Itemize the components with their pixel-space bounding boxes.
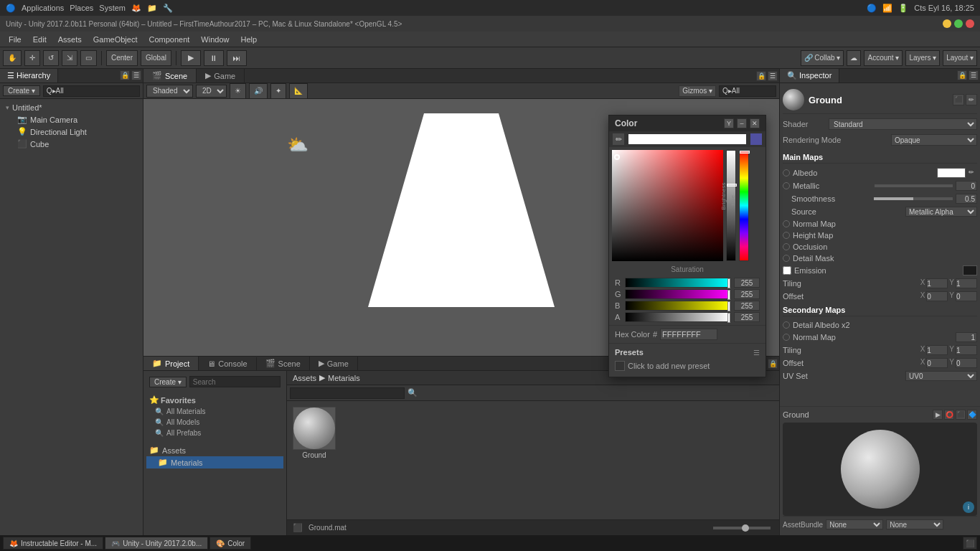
shading-dropdown[interactable]: Shaded xyxy=(146,85,193,98)
hex-input[interactable] xyxy=(660,329,717,340)
asset-bundle-dropdown1[interactable]: None xyxy=(826,519,883,529)
metallic-value[interactable] xyxy=(956,181,977,191)
fav-all-prefabs[interactable]: 🔍 All Prefabs xyxy=(146,428,283,438)
hue-gradient[interactable] xyxy=(739,150,749,261)
global-button[interactable]: Global xyxy=(141,50,171,66)
zoom-slider[interactable] xyxy=(713,527,771,529)
tab-scene[interactable]: 🎬 Scene xyxy=(143,69,197,83)
header-btn2[interactable]: ✏ xyxy=(966,94,977,105)
asset-ground[interactable]: Ground xyxy=(293,407,336,459)
emission-checkbox[interactable] xyxy=(783,266,791,275)
close-button[interactable] xyxy=(966,19,974,28)
preview-btn2[interactable]: ⭕ xyxy=(944,410,954,420)
albedo-swatch[interactable] xyxy=(937,168,966,178)
minimize-button[interactable] xyxy=(943,19,951,28)
sec-tiling-x[interactable] xyxy=(926,345,948,355)
rect-tool-button[interactable]: ▭ xyxy=(80,50,97,66)
play-button[interactable]: ▶ xyxy=(181,50,201,66)
offset-x-input[interactable] xyxy=(926,291,948,301)
asset-bundle-dropdown2[interactable]: None xyxy=(886,519,943,529)
hand-tool-button[interactable]: ✋ xyxy=(3,50,22,66)
smoothness-slider[interactable] xyxy=(874,197,953,200)
albedo-eyedropper[interactable]: ✏ xyxy=(969,169,977,177)
hierarchy-item-directionallight[interactable]: 💡 Directional Light xyxy=(14,126,140,138)
tab-game[interactable]: ▶ Game xyxy=(197,69,245,83)
project-search[interactable] xyxy=(189,376,281,387)
scene-menu-btn[interactable]: ☰ xyxy=(768,71,778,81)
sec-normal-value[interactable] xyxy=(956,332,977,342)
sec-offset-x[interactable] xyxy=(926,358,948,368)
uv-set-dropdown[interactable]: UV0 xyxy=(905,371,977,381)
emission-swatch[interactable] xyxy=(963,265,977,276)
system-bar-places[interactable]: Places xyxy=(70,4,93,12)
b-slider[interactable] xyxy=(625,301,731,311)
taskbar-unity[interactable]: 🎮 Unity - Unity 2017.2.0b... xyxy=(105,537,208,550)
hierarchy-create-button[interactable]: Create ▾ xyxy=(3,85,40,96)
hierarchy-menu-btn[interactable]: ☰ xyxy=(131,70,141,80)
system-bar-apps[interactable]: Applications xyxy=(22,4,64,12)
g-value[interactable] xyxy=(734,289,760,299)
tab-inspector[interactable]: 🔍 Inspector xyxy=(780,69,839,83)
eyedropper-button[interactable]: ✏ xyxy=(612,133,625,146)
hierarchy-item-cube[interactable]: ⬛ Cube xyxy=(14,138,140,150)
header-btn1[interactable]: ⬛ xyxy=(953,94,964,105)
bottom-lock-btn[interactable]: 🔒 xyxy=(768,359,778,369)
menu-help[interactable]: Help xyxy=(235,34,263,45)
saturation-canvas[interactable] xyxy=(612,150,723,261)
taskbar-color[interactable]: 🎨 Color xyxy=(209,537,251,550)
hierarchy-item-untitled[interactable]: ▾ Untitled* xyxy=(3,102,140,113)
preview-btn1[interactable]: ▶ xyxy=(933,410,943,420)
source-dropdown[interactable]: Metallic Alpha xyxy=(905,207,977,217)
move-tool-button[interactable]: ✛ xyxy=(24,50,40,66)
scene-search-input[interactable] xyxy=(719,85,776,97)
step-button[interactable]: ⏭ xyxy=(227,50,247,66)
shader-dropdown[interactable]: Standard xyxy=(829,118,977,130)
scene-light-btn[interactable]: ☀ xyxy=(230,83,246,99)
tab-game-bottom[interactable]: ▶ Game xyxy=(310,357,358,370)
scene-audio-btn[interactable]: 🔊 xyxy=(249,83,268,99)
hierarchy-item-maincamera[interactable]: 📷 Main Camera xyxy=(14,113,140,126)
gizmos-button[interactable]: Gizmos ▾ xyxy=(679,85,716,97)
breadcrumb-assets[interactable]: Assets xyxy=(293,374,316,382)
color-dialog-titlebar[interactable]: Color Y – ✕ xyxy=(609,116,765,131)
project-search-input[interactable] xyxy=(290,387,405,399)
layout-dropdown[interactable]: Layout ▾ xyxy=(943,50,977,66)
maximize-button[interactable] xyxy=(954,19,963,28)
add-preset-row[interactable]: Click to add new preset xyxy=(615,358,760,374)
scene-lock-btn[interactable]: 🔒 xyxy=(756,71,766,81)
scale-tool-button[interactable]: ⇲ xyxy=(62,50,77,66)
apple-icon[interactable]: 🔵 xyxy=(6,4,16,13)
g-slider[interactable] xyxy=(625,289,731,299)
menu-gameobject[interactable]: GameObject xyxy=(88,34,143,45)
fav-all-materials[interactable]: 🔍 All Materials xyxy=(146,406,283,417)
extra-icon1[interactable]: 📁 xyxy=(147,4,157,13)
system-bar-system[interactable]: System xyxy=(99,4,126,12)
favorites-header[interactable]: ⭐ Favorites xyxy=(146,394,283,406)
hierarchy-search-input[interactable] xyxy=(43,85,140,97)
metarials-folder[interactable]: 📁 Metarials xyxy=(146,456,283,468)
tiling-x-input[interactable] xyxy=(926,278,948,288)
scene-fx-btn[interactable]: ✦ xyxy=(270,83,286,99)
menu-window[interactable]: Window xyxy=(195,34,235,45)
a-slider[interactable] xyxy=(625,312,731,322)
pause-button[interactable]: ⏸ xyxy=(204,50,224,66)
dialog-btn-y[interactable]: Y xyxy=(724,118,734,128)
extra-icon2[interactable]: 🔧 xyxy=(163,4,173,13)
menu-component[interactable]: Component xyxy=(143,34,195,45)
cloud-button[interactable]: ☁ xyxy=(847,50,861,66)
r-slider[interactable] xyxy=(625,278,731,288)
taskbar-firefox[interactable]: 🦊 Instructable Editor - M... xyxy=(3,537,103,550)
hex-swap-button[interactable] xyxy=(750,133,763,146)
rendering-mode-dropdown[interactable]: Opaque xyxy=(891,134,977,146)
hierarchy-lock-btn[interactable]: 🔒 xyxy=(120,70,130,80)
tab-scene-bottom[interactable]: 🎬 Scene xyxy=(257,357,310,370)
2d-toggle[interactable]: 2D xyxy=(196,85,227,98)
b-value[interactable] xyxy=(734,301,760,311)
scene-aspect-btn[interactable]: 📐 xyxy=(289,83,308,99)
firefox-icon[interactable]: 🦊 xyxy=(131,4,141,13)
project-create-button[interactable]: Create ▾ xyxy=(149,377,187,387)
menu-edit[interactable]: Edit xyxy=(27,34,52,45)
dialog-minimize-btn[interactable]: – xyxy=(737,118,747,128)
a-value[interactable] xyxy=(734,312,760,322)
inspector-lock-btn[interactable]: 🔒 xyxy=(957,70,967,80)
